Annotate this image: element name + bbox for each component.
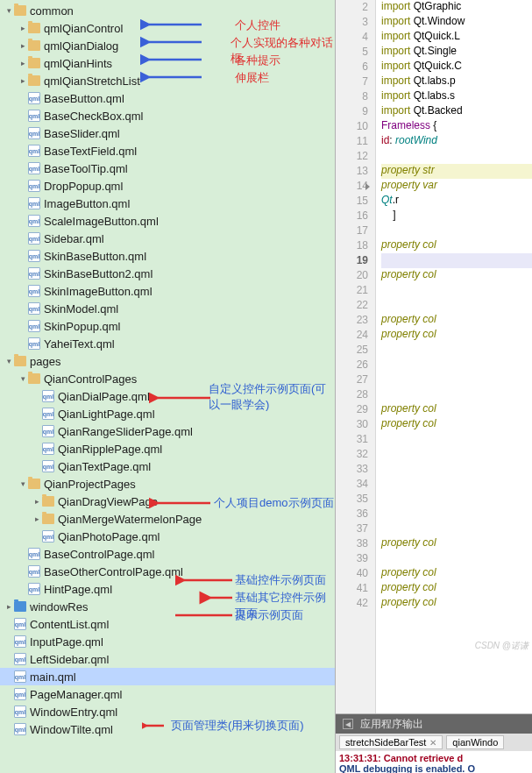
output-tab[interactable]: stretchSideBarTest✕ — [339, 735, 443, 749]
file-HintPage[interactable]: ▸qmlHintPage.qml — [0, 580, 335, 598]
file-label: SkinImageButton.qml — [44, 285, 153, 298]
qml-file-icon: qml — [28, 127, 40, 139]
file-label: QianTextPage.qml — [58, 460, 151, 473]
folder-label: QianMergeWatermelonPage — [58, 513, 202, 526]
file-QianRipplePage[interactable]: ▸qmlQianRipplePage.qml — [0, 440, 335, 457]
file-QianLightPage[interactable]: ▸qmlQianLightPage.qml — [0, 405, 335, 422]
file-BaseSlider[interactable]: ▸qmlBaseSlider.qml — [0, 124, 335, 142]
file-label: WindowTilte.qml — [30, 723, 113, 736]
folder-common[interactable]: ▾common — [0, 2, 335, 19]
file-SkinBaseButton2[interactable]: ▸qmlSkinBaseButton2.qml — [0, 265, 335, 282]
qml-file-icon: qml — [28, 92, 40, 104]
folder-icon — [28, 75, 40, 86]
close-icon[interactable]: ✕ — [429, 738, 436, 748]
file-ContentList[interactable]: ▸qmlContentList.qml — [0, 615, 335, 633]
qml-file-icon: qml — [28, 162, 40, 174]
file-ImageButton[interactable]: ▸qmlImageButton.qml — [0, 195, 335, 212]
file-label: DropPopup.qml — [44, 180, 123, 193]
folder-label: QianControlPages — [44, 372, 137, 386]
folder-label: QianProjectPages — [44, 478, 136, 491]
folder-qmlQianDialog[interactable]: ▸qmlQianDialog — [0, 37, 335, 54]
file-label: PageManager.qml — [30, 688, 123, 701]
file-QianTextPage[interactable]: ▸qmlQianTextPage.qml — [0, 457, 335, 475]
qml-file-icon: qml — [14, 670, 26, 683]
output-tab[interactable]: qianWindo — [446, 735, 504, 749]
file-QianRangeSliderPage[interactable]: ▸qmlQianRangeSliderPage.qml — [0, 422, 335, 440]
file-Sidebar[interactable]: ▸qmlSidebar.qml — [0, 230, 335, 247]
file-BaseToolTip[interactable]: ▸qmlBaseToolTip.qml — [0, 160, 335, 177]
file-label: LeftSidebar.qml — [30, 653, 109, 666]
file-label: BaseControlPage.qml — [44, 548, 154, 561]
output-panel-header[interactable]: ◀ 应用程序输出 — [336, 714, 532, 734]
file-ScaleImageButton[interactable]: ▸qmlScaleImageButton.qml — [0, 212, 335, 230]
file-SkinBaseButton[interactable]: ▸qmlSkinBaseButton.qml — [0, 247, 335, 265]
output-tabs: stretchSideBarTest✕ qianWindo — [336, 734, 532, 751]
file-main-qml[interactable]: ▸qmlmain.qml — [0, 668, 335, 685]
qml-file-icon: qml — [42, 460, 54, 472]
folder-QianMergeWatermelonPage[interactable]: ▸QianMergeWatermelonPage — [0, 510, 335, 528]
output-panel: ◀ 应用程序输出 stretchSideBarTest✕ qianWindo 1… — [336, 713, 532, 773]
file-BaseControlPage[interactable]: ▸qmlBaseControlPage.qml — [0, 545, 335, 563]
file-BaseOtherControlPage[interactable]: ▸qmlBaseOtherControlPage.qml — [0, 563, 335, 580]
folder-QianDragViewPage[interactable]: ▸QianDragViewPage — [0, 493, 335, 510]
folder-windowRes[interactable]: ▸windowRes — [0, 598, 335, 615]
line-number-gutter: 2345678910111213141516171819202122232425… — [336, 0, 376, 713]
folder-qmlQianHints[interactable]: ▸qmlQianHints — [0, 54, 335, 72]
file-label: QianLightPage.qml — [58, 408, 155, 421]
qml-file-icon: qml — [14, 723, 26, 735]
file-label: InputPage.qml — [30, 635, 103, 649]
folder-label: pages — [30, 355, 60, 368]
file-BaseCheckBox[interactable]: ▸qmlBaseCheckBox.qml — [0, 107, 335, 124]
file-label: SkinBaseButton.qml — [44, 250, 146, 263]
file-label: SkinPopup.qml — [44, 320, 120, 333]
file-WindowTilte[interactable]: ▸qmlWindowTilte.qml — [0, 720, 335, 738]
folder-icon — [14, 5, 26, 16]
qml-file-icon: qml — [42, 408, 54, 420]
qml-file-icon: qml — [28, 180, 40, 192]
file-WindowEntry[interactable]: ▸qmlWindowEntry.qml — [0, 703, 335, 720]
qml-file-icon: qml — [28, 337, 40, 350]
code-content[interactable]: import QtGraphicimport Qt.Windowimport Q… — [376, 0, 532, 713]
file-BaseButton[interactable]: ▸qmlBaseButton.qml — [0, 89, 335, 107]
panel-control-icon[interactable]: ◀ — [343, 719, 353, 729]
folder-QianControlPages[interactable]: ▾QianControlPages — [0, 370, 335, 387]
folder-icon — [28, 23, 40, 33]
qml-file-icon: qml — [14, 688, 26, 700]
folder-label: qmlQianStretchList — [44, 74, 140, 88]
folder-icon — [28, 479, 40, 489]
file-YaheiText[interactable]: ▸qmlYaheiText.qml — [0, 335, 335, 352]
folder-pages[interactable]: ▾pages — [0, 352, 335, 370]
file-SkinImageButton[interactable]: ▸qmlSkinImageButton.qml — [0, 282, 335, 300]
folder-label: qmlQianDialog — [44, 39, 118, 53]
editor-panel: 2345678910111213141516171819202122232425… — [336, 0, 532, 773]
file-SkinModel[interactable]: ▸qmlSkinModel.qml — [0, 300, 335, 317]
folder-QianProjectPages[interactable]: ▾QianProjectPages — [0, 475, 335, 493]
file-label: BaseTextField.qml — [44, 145, 137, 158]
file-SkinPopup[interactable]: ▸qmlSkinPopup.qml — [0, 317, 335, 335]
file-QianPhotoPage[interactable]: ▸qmlQianPhotoPage.qml — [0, 528, 335, 545]
folder-qmlQianStretchList[interactable]: ▸qmlQianStretchList — [0, 72, 335, 89]
tab-label: stretchSideBarTest — [345, 737, 426, 748]
output-text[interactable]: 13:31:31: Cannot retrieve d QML debuggin… — [336, 751, 532, 773]
file-LeftSidebar[interactable]: ▸qmlLeftSidebar.qml — [0, 650, 335, 668]
file-InputPage[interactable]: ▸qmlInputPage.qml — [0, 633, 335, 650]
qml-file-icon: qml — [14, 706, 26, 718]
folder-icon — [28, 373, 40, 384]
code-editor[interactable]: 2345678910111213141516171819202122232425… — [336, 0, 532, 713]
folder-icon — [28, 58, 40, 68]
folder-qmlQianControl[interactable]: ▸qmlQianControl — [0, 19, 335, 37]
folder-icon — [28, 40, 40, 51]
project-tree[interactable]: ▾common ▸qmlQianControl ▸qmlQianDialog ▸… — [0, 0, 335, 738]
file-DropPopup[interactable]: ▸qmlDropPopup.qml — [0, 177, 335, 195]
folder-icon — [14, 601, 26, 612]
file-BaseTextField[interactable]: ▸qmlBaseTextField.qml — [0, 142, 335, 160]
output-line: QML debugging is enabled. O — [339, 763, 528, 773]
file-PageManager[interactable]: ▸qmlPageManager.qml — [0, 685, 335, 703]
qml-file-icon: qml — [42, 390, 54, 402]
file-label: SkinModel.qml — [44, 302, 118, 316]
qml-file-icon: qml — [28, 145, 40, 157]
file-QianDialPage[interactable]: ▸qmlQianDialPage.qml — [0, 387, 335, 405]
file-label: ScaleImageButton.qml — [44, 215, 159, 228]
file-label: main.qml — [30, 670, 76, 684]
folder-label: qmlQianHints — [44, 57, 112, 70]
